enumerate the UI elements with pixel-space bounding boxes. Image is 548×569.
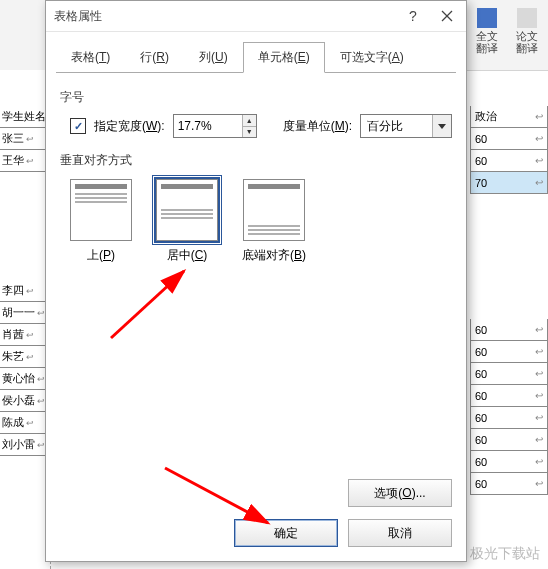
size-group-label: 字号 — [60, 89, 452, 106]
ok-button[interactable]: 确定 — [234, 519, 338, 547]
dialog-title: 表格属性 — [54, 8, 396, 25]
close-icon — [441, 10, 453, 22]
table-row: 60↩ — [470, 150, 548, 172]
svg-line-2 — [111, 271, 184, 338]
valign-group-label: 垂直对齐方式 — [60, 152, 452, 169]
help-button[interactable]: ? — [396, 3, 430, 29]
valign-bottom-icon — [243, 179, 305, 241]
valign-center-icon — [156, 179, 218, 241]
spin-down[interactable]: ▼ — [243, 127, 256, 138]
table-row: 胡一一↩ — [0, 302, 50, 324]
unit-select[interactable]: 百分比 — [360, 114, 452, 138]
valign-center[interactable]: 居中(C) — [156, 179, 218, 264]
doc-icon — [517, 8, 537, 28]
table-row: 60↩ — [470, 363, 548, 385]
valign-center-label: 居中(C) — [167, 247, 208, 264]
table-row: 60↩ — [470, 341, 548, 363]
table-row: 60↩ — [470, 128, 548, 150]
spin-up[interactable]: ▲ — [243, 115, 256, 127]
tab-content-cell: 字号 指定宽度(W): ▲ ▼ 度量单位(M): 百分比 垂直对齐方式 — [46, 73, 466, 471]
bg-table-left: 学生姓名 张三↩ 王华↩ 李四↩ 胡一一↩ 肖茜↩ 朱艺↩ 黄心怡↩ 侯小磊↩ … — [0, 70, 51, 569]
ribbon-btn-translate-full[interactable]: 全文 翻译 — [468, 2, 506, 60]
tab-cell[interactable]: 单元格(E) — [243, 42, 325, 73]
table-row: 60↩ — [470, 451, 548, 473]
annotation-arrow-1 — [106, 263, 196, 343]
table-row: 肖茜↩ — [0, 324, 50, 346]
table-header: 政治↩ — [470, 106, 548, 128]
bg-table-right: 政治↩ 60↩ 60↩ 70↩ 60↩ 60↩ 60↩ 60↩ 60↩ 60↩ … — [470, 104, 548, 569]
tab-bar: 表格(T) 行(R) 列(U) 单元格(E) 可选文字(A) — [46, 32, 466, 73]
tab-row[interactable]: 行(R) — [125, 42, 184, 73]
width-spinbox[interactable]: ▲ ▼ — [173, 114, 257, 138]
table-row: 朱艺↩ — [0, 346, 50, 368]
options-button[interactable]: 选项(O)... — [348, 479, 452, 507]
table-row: 60↩ — [470, 319, 548, 341]
table-row: 60↩ — [470, 385, 548, 407]
table-row: 60↩ — [470, 407, 548, 429]
valign-bottom[interactable]: 底端对齐(B) — [242, 179, 306, 264]
width-label: 指定宽度(W): — [94, 118, 165, 135]
table-row: 陈成↩ — [0, 412, 50, 434]
table-row: 王华↩ — [0, 150, 50, 172]
tab-alt-text[interactable]: 可选文字(A) — [325, 42, 419, 73]
ribbon-btn-translate-paper[interactable]: 论文 翻译 — [508, 2, 546, 60]
valign-top[interactable]: 上(P) — [70, 179, 132, 264]
chevron-down-icon — [432, 115, 451, 137]
translate-icon — [477, 8, 497, 28]
table-row: 60↩ — [470, 429, 548, 451]
width-checkbox[interactable] — [70, 118, 86, 134]
unit-label: 度量单位(M): — [283, 118, 352, 135]
width-input[interactable] — [174, 115, 242, 137]
valign-top-icon — [70, 179, 132, 241]
table-row: 侯小磊↩ — [0, 390, 50, 412]
table-header: 学生姓名 — [0, 106, 50, 128]
close-button[interactable] — [430, 3, 464, 29]
table-row: 刘小雷↩ — [0, 434, 50, 456]
tab-table[interactable]: 表格(T) — [56, 42, 125, 73]
table-row: 70↩ — [470, 172, 548, 194]
titlebar: 表格属性 ? — [46, 1, 466, 32]
table-properties-dialog: 表格属性 ? 表格(T) 行(R) 列(U) 单元格(E) 可选文字(A) 字号… — [45, 0, 467, 562]
cancel-button[interactable]: 取消 — [348, 519, 452, 547]
table-row: 李四↩ — [0, 280, 50, 302]
table-row: 黄心怡↩ — [0, 368, 50, 390]
table-row: 张三↩ — [0, 128, 50, 150]
valign-bottom-label: 底端对齐(B) — [242, 247, 306, 264]
table-row: 60↩ — [470, 473, 548, 495]
valign-top-label: 上(P) — [87, 247, 115, 264]
tab-column[interactable]: 列(U) — [184, 42, 243, 73]
